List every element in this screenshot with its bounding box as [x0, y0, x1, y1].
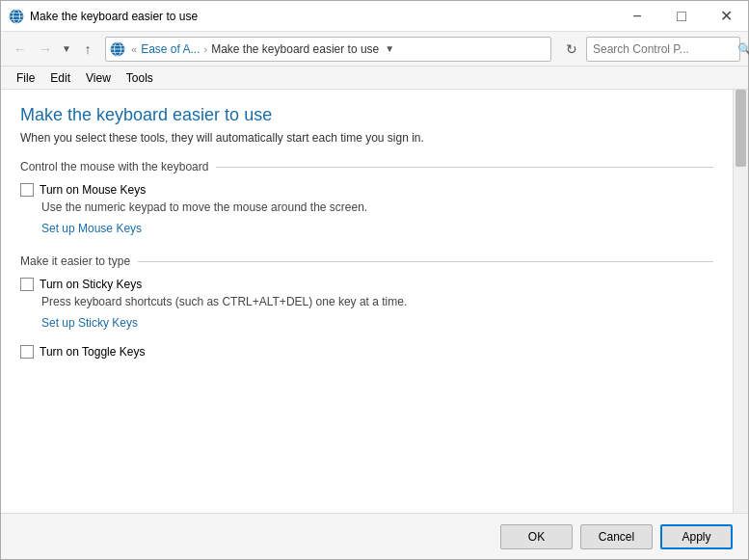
mouse-keys-checkbox[interactable]	[20, 183, 34, 197]
forward-button[interactable]: →	[34, 38, 57, 61]
back-button[interactable]: ←	[9, 38, 32, 61]
section-mouse-label: Control the mouse with the keyboard	[20, 160, 208, 173]
breadcrumb-arrow: ›	[204, 43, 208, 55]
section-mouse-line	[216, 167, 713, 168]
section-type: Make it easier to type Turn on Sticky Ke…	[20, 254, 713, 359]
scrollbar[interactable]	[733, 90, 748, 513]
minimize-button[interactable]: −	[615, 1, 659, 32]
page-title: Make the keyboard easier to use	[20, 105, 713, 125]
setup-mouse-keys-link[interactable]: Set up Mouse Keys	[41, 222, 142, 235]
content-wrapper: Make the keyboard easier to use When you…	[1, 90, 748, 513]
nav-dropdown-button[interactable]: ▼	[59, 38, 74, 61]
close-button[interactable]: ✕	[704, 1, 748, 32]
menu-tools[interactable]: Tools	[119, 69, 161, 87]
setup-sticky-keys-link[interactable]: Set up Sticky Keys	[41, 316, 138, 330]
menu-edit[interactable]: Edit	[42, 69, 78, 87]
scrollbar-thumb[interactable]	[736, 90, 746, 167]
ok-button[interactable]: OK	[500, 524, 573, 549]
section-type-line	[138, 261, 713, 262]
breadcrumb: « Ease of A... › Make the keyboard easie…	[105, 37, 551, 62]
window-controls: − □ ✕	[615, 1, 748, 32]
sticky-keys-checkbox[interactable]	[20, 278, 34, 291]
breadcrumb-dropdown-icon[interactable]: ▼	[385, 43, 394, 54]
sticky-keys-desc: Press keyboard shortcuts (such as CTRL+A…	[41, 295, 713, 308]
maximize-button[interactable]: □	[659, 1, 704, 32]
section-type-label: Make it easier to type	[20, 254, 130, 268]
sticky-keys-option-row: Turn on Sticky Keys	[20, 278, 713, 291]
breadcrumb-ease-item[interactable]: Ease of A...	[139, 42, 201, 56]
scrollbar-track[interactable]	[734, 90, 748, 513]
bottom-bar: OK Cancel Apply	[1, 513, 748, 559]
window-title: Make the keyboard easier to use	[30, 10, 615, 23]
search-box[interactable]: 🔍	[586, 37, 740, 62]
toggle-keys-checkbox[interactable]	[20, 345, 34, 359]
menu-bar: File Edit View Tools	[1, 67, 748, 90]
nav-bar: ← → ▼ ↑ « Ease of A... › Make the keyboa…	[1, 32, 748, 67]
content-area: Make the keyboard easier to use When you…	[1, 90, 733, 513]
cancel-button[interactable]: Cancel	[580, 524, 653, 549]
menu-view[interactable]: View	[78, 69, 119, 87]
title-bar: Make the keyboard easier to use − □ ✕	[1, 1, 748, 32]
mouse-keys-option-row: Turn on Mouse Keys	[20, 183, 713, 197]
sticky-keys-label: Turn on Sticky Keys	[40, 278, 142, 291]
toggle-keys-label: Turn on Toggle Keys	[40, 345, 145, 359]
mouse-keys-label: Turn on Mouse Keys	[40, 183, 146, 197]
toggle-keys-option-row: Turn on Toggle Keys	[20, 345, 713, 359]
section-mouse: Control the mouse with the keyboard Turn…	[20, 160, 713, 239]
breadcrumb-current: Make the keyboard easier to use	[209, 42, 381, 56]
page-subtitle: When you select these tools, they will a…	[20, 131, 713, 145]
up-button[interactable]: ↑	[76, 38, 99, 61]
section-type-header: Make it easier to type	[20, 254, 713, 268]
menu-file[interactable]: File	[9, 69, 42, 87]
search-input[interactable]	[593, 42, 737, 56]
main-window: Make the keyboard easier to use − □ ✕ ← …	[0, 0, 749, 560]
apply-button[interactable]: Apply	[660, 524, 733, 549]
refresh-button[interactable]: ↻	[559, 37, 584, 62]
breadcrumb-sep1: «	[131, 43, 137, 55]
window-icon	[9, 9, 24, 24]
section-mouse-header: Control the mouse with the keyboard	[20, 160, 713, 173]
search-icon: 🔍	[737, 42, 749, 56]
mouse-keys-desc: Use the numeric keypad to move the mouse…	[41, 200, 713, 214]
